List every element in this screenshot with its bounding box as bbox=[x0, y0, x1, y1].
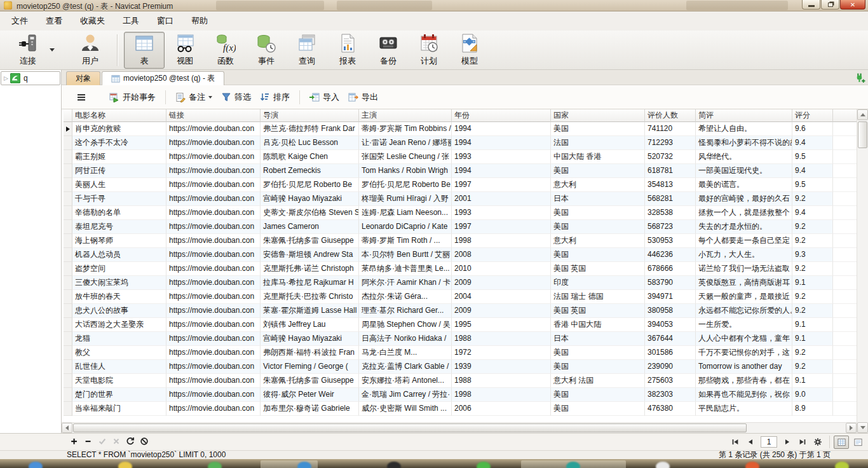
cell-rating[interactable]: 9.1 bbox=[792, 318, 833, 332]
table-row[interactable]: 天堂电影院https://movie.douban.con朱塞佩·托纳多雷 Gi… bbox=[64, 374, 857, 388]
cell-link[interactable]: https://movie.douban.con bbox=[166, 304, 261, 318]
cell-stars[interactable]: 理查·基尔 Richard Ger... bbox=[359, 304, 452, 318]
cell-director[interactable]: 弗朗西斯·福特·科波拉 Fran bbox=[261, 346, 359, 360]
cell-vote-count[interactable]: 382303 bbox=[645, 388, 696, 402]
toolbar-button-report[interactable]: 报表 bbox=[327, 32, 368, 69]
cell-year[interactable]: 1994 bbox=[452, 164, 551, 178]
cell-vote-count[interactable]: 301586 bbox=[645, 346, 696, 360]
horizontal-scroll-thumb[interactable] bbox=[73, 423, 747, 432]
cell-director[interactable]: 加布里尔·穆奇诺 Gabriele bbox=[261, 402, 359, 416]
cell-comment[interactable]: 平民励志片。 bbox=[696, 402, 792, 416]
cell-vote-count[interactable]: 380958 bbox=[645, 304, 696, 318]
stop-button[interactable] bbox=[137, 436, 151, 448]
taskbar[interactable] bbox=[0, 459, 868, 468]
cell-comment[interactable]: 风华绝代。 bbox=[696, 150, 792, 164]
cell-movie-name[interactable]: 肖申克的救赎 bbox=[72, 122, 166, 136]
cell-director[interactable]: Robert Zemeckis bbox=[261, 164, 359, 178]
table-row[interactable]: 千与千寻https://movie.douban.con宫崎骏 Hayao Mi… bbox=[64, 192, 857, 206]
column-header-comment[interactable]: 简评 bbox=[696, 109, 792, 122]
cell-country[interactable]: 香港 中国大陆 bbox=[551, 318, 645, 332]
table-row[interactable]: 霸王别姬https://movie.douban.con陈凯歌 Kaige Ch… bbox=[64, 150, 857, 164]
minimize-button[interactable] bbox=[802, 0, 820, 10]
cell-vote-count[interactable]: 394971 bbox=[645, 290, 696, 304]
cell-link[interactable]: https://movie.douban.con bbox=[166, 150, 261, 164]
cell-director[interactable]: James Cameron bbox=[261, 220, 359, 234]
cell-comment[interactable]: 最好的宫崎骏，最好的久石 bbox=[696, 192, 792, 206]
cell-rating[interactable]: 9.2 bbox=[792, 346, 833, 360]
column-header-director[interactable]: 导演 bbox=[261, 109, 359, 122]
connection-tree-item[interactable]: ▷ q bbox=[1, 71, 60, 85]
cell-vote-count[interactable]: 741120 bbox=[645, 122, 696, 136]
cell-movie-name[interactable]: 阿甘正传 bbox=[72, 164, 166, 178]
cell-movie-name[interactable]: 盗梦空间 bbox=[72, 262, 166, 276]
cell-director[interactable]: 宫崎骏 Hayao Miyazaki bbox=[261, 192, 359, 206]
column-header-vote-count[interactable]: 评价人数 bbox=[645, 109, 696, 122]
cell-link[interactable]: https://movie.douban.con bbox=[166, 164, 261, 178]
cell-year[interactable]: 1972 bbox=[452, 346, 551, 360]
cell-country[interactable]: 日本 bbox=[551, 332, 645, 346]
row-header-cell[interactable] bbox=[64, 318, 72, 332]
cell-director[interactable]: 朱塞佩·托纳多雷 Giuseppe bbox=[261, 374, 359, 388]
cell-vote-count[interactable]: 394053 bbox=[645, 318, 696, 332]
cell-link[interactable]: https://movie.douban.con bbox=[166, 234, 261, 248]
cell-year[interactable]: 1988 bbox=[452, 374, 551, 388]
cell-rating[interactable]: 9.0 bbox=[792, 388, 833, 402]
cell-comment[interactable]: 拯救一个人，就是拯救整个 bbox=[696, 206, 792, 220]
menu-item-3[interactable]: 收藏夹 bbox=[71, 13, 114, 29]
table-row[interactable]: 辛德勒的名单https://movie.douban.con史蒂文·斯皮尔伯格 … bbox=[64, 206, 857, 220]
cell-link[interactable]: https://movie.douban.con bbox=[166, 290, 261, 304]
cell-movie-name[interactable]: 三傻大闹宝莱坞 bbox=[72, 276, 166, 290]
new-connection-icon[interactable] bbox=[855, 72, 865, 83]
cell-comment[interactable]: 人人心中都有个龙猫，童年 bbox=[696, 332, 792, 346]
cell-stars[interactable]: 本·贝尔特 Ben Burtt / 艾丽 bbox=[359, 248, 452, 262]
cell-rating[interactable]: 9.2 bbox=[792, 304, 833, 318]
cell-year[interactable]: 1994 bbox=[452, 136, 551, 150]
table-row[interactable]: 泰坦尼克号https://movie.douban.conJames Camer… bbox=[64, 220, 857, 234]
cell-link[interactable]: https://movie.douban.con bbox=[166, 206, 261, 220]
cell-vote-count[interactable]: 568723 bbox=[645, 220, 696, 234]
cell-year[interactable]: 2008 bbox=[452, 248, 551, 262]
cell-vote-count[interactable]: 678666 bbox=[645, 262, 696, 276]
grid-corner-cell[interactable] bbox=[64, 109, 72, 122]
cell-director[interactable]: Victor Fleming / George ( bbox=[261, 360, 359, 374]
taskbar-app-icon[interactable] bbox=[656, 462, 670, 468]
cell-rating[interactable]: 9.4 bbox=[792, 206, 833, 220]
dropdown-caret-icon[interactable] bbox=[50, 48, 55, 52]
row-header-cell[interactable] bbox=[64, 248, 72, 262]
cell-link[interactable]: https://movie.douban.con bbox=[166, 276, 261, 290]
scroll-right-button[interactable] bbox=[846, 423, 857, 433]
row-header-cell[interactable] bbox=[64, 374, 72, 388]
cell-link[interactable]: https://movie.douban.con bbox=[166, 374, 261, 388]
import-button[interactable]: 导入 bbox=[305, 89, 344, 106]
cell-country[interactable]: 美国 英国 bbox=[551, 304, 645, 318]
cell-stars[interactable]: Tom Hanks / Robin Wrigh bbox=[359, 164, 452, 178]
cell-comment[interactable]: 那些吻戏，那些青春，都在 bbox=[696, 374, 792, 388]
cell-stars[interactable]: 杰拉尔·朱诺 Géra... bbox=[359, 290, 452, 304]
cell-link[interactable]: https://movie.douban.con bbox=[166, 248, 261, 262]
cell-country[interactable]: 意大利 bbox=[551, 178, 645, 192]
cell-director[interactable]: 克里斯托弗·诺兰 Christoph bbox=[261, 262, 359, 276]
cell-stars[interactable]: 蒂姆·罗宾斯 Tim Robbins / bbox=[359, 122, 452, 136]
taskbar-app-icon[interactable] bbox=[29, 462, 43, 468]
cell-director[interactable]: 刘镇伟 Jeffrey Lau bbox=[261, 318, 359, 332]
cell-country[interactable]: 美国 英国 bbox=[551, 262, 645, 276]
cell-country[interactable]: 中国大陆 香港 bbox=[551, 150, 645, 164]
cell-country[interactable]: 美国 bbox=[551, 346, 645, 360]
cell-movie-name[interactable]: 霸王别姬 bbox=[72, 150, 166, 164]
cell-comment[interactable]: 怪蜀黍和小萝莉不得不说的故 bbox=[696, 136, 792, 150]
menu-item-1[interactable]: 文件 bbox=[3, 13, 37, 29]
cell-stars[interactable]: 让·雷诺 Jean Reno / 娜塔丽 bbox=[359, 136, 452, 150]
cell-comment[interactable]: 希望让人自由。 bbox=[696, 122, 792, 136]
cell-movie-name[interactable]: 美丽人生 bbox=[72, 178, 166, 192]
tab-objects[interactable]: 对象 bbox=[66, 71, 100, 85]
cell-country[interactable]: 印度 bbox=[551, 276, 645, 290]
cell-movie-name[interactable]: 大话西游之大圣娶亲 bbox=[72, 318, 166, 332]
row-header-cell[interactable] bbox=[64, 290, 72, 304]
row-header-cell[interactable] bbox=[64, 206, 72, 220]
cell-year[interactable]: 1939 bbox=[452, 360, 551, 374]
taskbar-app-icon[interactable] bbox=[477, 462, 491, 468]
cell-link[interactable]: https://movie.douban.con bbox=[166, 360, 261, 374]
cell-rating[interactable]: 9.2 bbox=[792, 290, 833, 304]
menu-item-4[interactable]: 工具 bbox=[114, 13, 148, 29]
toolbar-button-backup[interactable]: 备份 bbox=[368, 32, 409, 69]
